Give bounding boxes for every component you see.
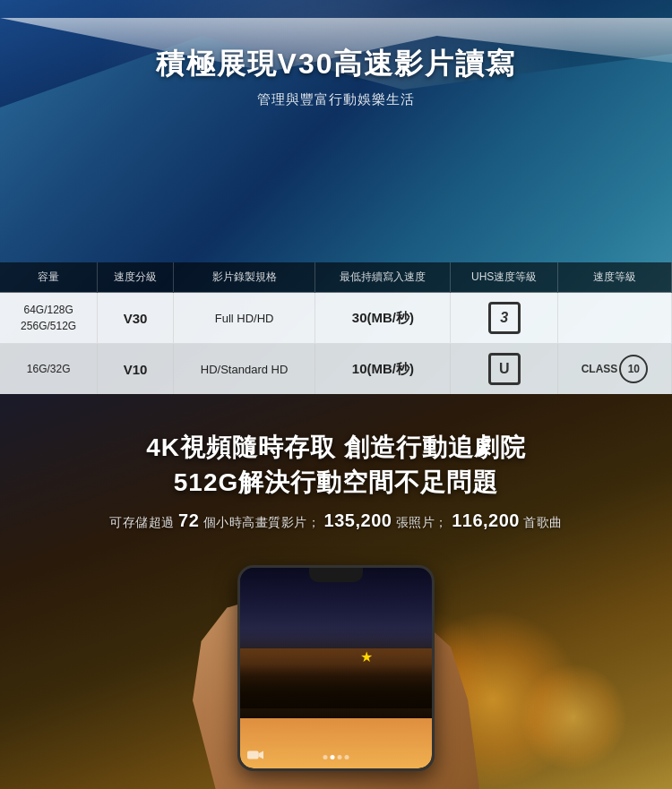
dot-3 <box>338 755 342 759</box>
row1-capacity: 64G/128G256G/512G <box>0 293 98 344</box>
class10-circle: 10 <box>619 355 648 383</box>
dot-4 <box>345 755 349 759</box>
row1-write-speed: 30(MB/秒) <box>315 293 451 344</box>
photos-number: 135,200 <box>324 510 392 530</box>
bottom-title: 4K視頻隨時存取 創造行動追劇院 512G解決行動空間不足問題 <box>0 430 672 500</box>
row2-uhs: U <box>451 344 558 395</box>
bottom-text-block: 4K視頻隨時存取 創造行動追劇院 512G解決行動空間不足問題 可存儲超過 72… <box>0 430 672 531</box>
top-subtitle: 管理與豐富行動娛樂生活 <box>0 91 672 108</box>
phone-body: ★ <box>237 565 435 771</box>
svg-marker-1 <box>259 751 263 759</box>
top-title-block: 積極展現V30高速影片讀寫 管理與豐富行動娛樂生活 <box>0 45 672 108</box>
phone-container: ★ <box>184 556 488 789</box>
silhouette-bar <box>240 665 432 718</box>
row1-video-spec: Full HD/HD <box>173 293 315 344</box>
col-uhs: UHS速度等級 <box>451 262 558 293</box>
top-section: 積極展現V30高速影片讀寫 管理與豐富行動娛樂生活 容量 速度分級 影片錄製規格… <box>0 0 672 394</box>
row1-speed-class: V30 <box>98 293 173 344</box>
photos-suffix: 張照片； <box>396 515 448 529</box>
bottom-stats: 可存儲超過 72 個小時高畫質影片； 135,200 張照片； 116,200 … <box>0 510 672 531</box>
dot-2 <box>331 755 335 759</box>
class10-text: CLASS <box>582 363 618 375</box>
row2-speed-class: V10 <box>98 344 173 395</box>
row1-uhs: 3 <box>451 293 558 344</box>
col-write-speed: 最低持續寫入速度 <box>315 262 451 293</box>
bokeh-light-2 <box>520 664 627 771</box>
dot-1 <box>323 755 328 759</box>
row1-class <box>557 293 671 344</box>
phone-hand: ★ <box>184 556 488 789</box>
hours-suffix: 個小時高畫質影片； <box>203 515 321 529</box>
phone-dots <box>323 755 349 759</box>
uhs3-badge: 3 <box>488 302 521 334</box>
table-row: 64G/128G256G/512G V30 Full HD/HD 30(MB/秒… <box>0 293 672 344</box>
uhs1-badge: U <box>488 353 521 385</box>
spec-table-container: 容量 速度分級 影片錄製規格 最低持續寫入速度 UHS速度等級 速度等級 64G… <box>0 262 672 394</box>
bottom-title-line1: 4K視頻隨時存取 創造行動追劇院 <box>146 433 526 461</box>
phone-screen: ★ <box>240 568 432 768</box>
table-header-row: 容量 速度分級 影片錄製規格 最低持續寫入速度 UHS速度等級 速度等級 <box>0 262 672 293</box>
songs-number: 116,200 <box>452 510 520 530</box>
row2-capacity: 16G/32G <box>0 344 98 395</box>
bottom-section: 4K視頻隨時存取 創造行動追劇院 512G解決行動空間不足問題 可存儲超過 72… <box>0 394 672 789</box>
col-capacity: 容量 <box>0 262 98 293</box>
phone-notch <box>309 568 363 582</box>
class10-wrap: CLASS 10 <box>582 355 649 383</box>
spec-table: 容量 速度分級 影片錄製規格 最低持續寫入速度 UHS速度等級 速度等級 64G… <box>0 262 672 394</box>
row2-write-speed: 10(MB/秒) <box>315 344 451 395</box>
col-class: 速度等級 <box>557 262 671 293</box>
star-icon: ★ <box>360 648 375 663</box>
table-row: 16G/32G V10 HD/Standard HD 10(MB/秒) U CL… <box>0 344 672 395</box>
svg-rect-0 <box>247 751 259 759</box>
top-main-title: 積極展現V30高速影片讀寫 <box>0 45 672 84</box>
stats-prefix: 可存儲超過 <box>109 515 175 529</box>
col-speed-class: 速度分級 <box>98 262 173 293</box>
col-video-spec: 影片錄製規格 <box>173 262 315 293</box>
camera-icon <box>247 749 263 761</box>
bottom-title-line2: 512G解決行動空間不足問題 <box>174 468 499 496</box>
hours-number: 72 <box>178 510 199 530</box>
row2-video-spec: HD/Standard HD <box>173 344 315 395</box>
row2-class: CLASS 10 <box>557 344 671 395</box>
songs-suffix: 首歌曲 <box>523 515 563 529</box>
